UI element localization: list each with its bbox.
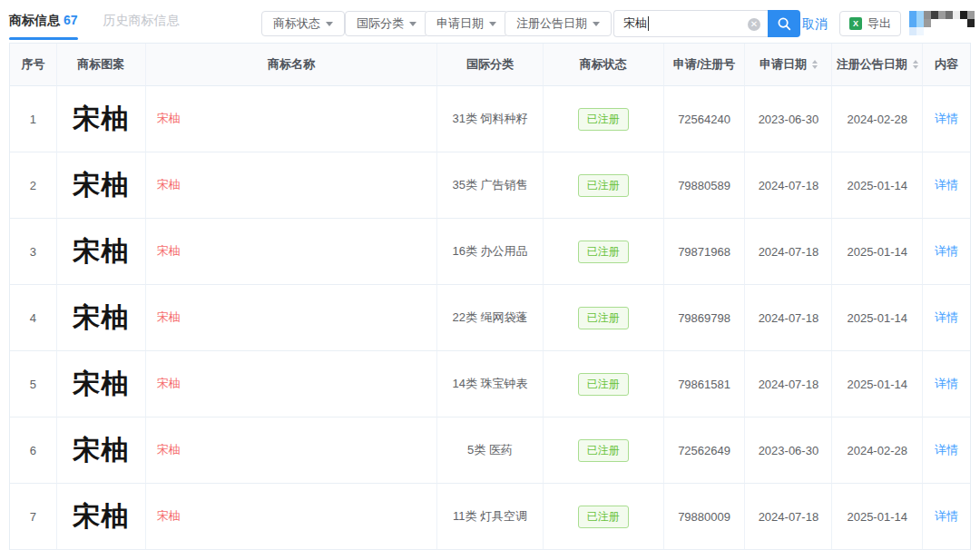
toolbar: 商标信息67 历史商标信息 商标状态 国际分类 申请日期 注册公告日期 宋柚 ✕ [0,0,980,43]
filter-announce-date-label: 注册公告日期 [516,15,587,32]
column-header-label: 注册公告日期 [837,56,907,73]
column-header-label: 申请日期 [760,56,807,73]
trademark-image: 宋柚 [73,167,129,204]
mosaic-pixel [931,19,938,27]
cell-apply-date: 2023-06-30 [745,417,832,484]
table-row: 7宋柚宋柚11类 灯具空调已注册798800092024-07-182025-0… [10,484,970,550]
status-badge: 已注册 [578,108,629,131]
column-header-apply-date[interactable]: 申请日期 [745,44,832,86]
cell-status: 已注册 [544,219,664,285]
status-badge: 已注册 [578,373,629,396]
cell-apply-date: 2024-07-18 [745,152,832,219]
cell-action: 详情 [923,86,970,152]
cell-intl-class: 5类 医药 [437,417,544,484]
mosaic-pixel [953,27,960,35]
trademark-image: 宋柚 [73,101,129,138]
clear-search-icon[interactable]: ✕ [748,18,760,31]
cell-trademark-image: 宋柚 [57,152,146,219]
column-header-name: 商标名称 [146,44,437,86]
tab-history-trademark-info[interactable]: 历史商标信息 [103,13,180,38]
column-header-index: 序号 [10,44,57,86]
tab-trademark-info-label: 商标信息 [9,13,60,27]
mosaic-pixel [938,11,946,19]
mosaic-pixel [946,11,953,19]
column-header-label: 内容 [935,56,958,73]
cell-index: 4 [10,285,57,351]
mosaic-pixel [953,11,960,19]
cell-announce-date: 2025-01-14 [832,152,923,219]
detail-link[interactable]: 详情 [935,243,958,260]
export-button[interactable]: X 导出 [839,11,901,36]
cell-trademark-name: 宋柚 [146,86,437,152]
cell-trademark-image: 宋柚 [57,219,146,285]
filter-trademark-status[interactable]: 商标状态 [261,11,345,36]
trademark-name: 宋柚 [157,309,181,326]
cell-status: 已注册 [544,285,664,351]
sort-icon[interactable] [913,60,918,69]
cell-reg-no: 72564240 [664,86,746,152]
table-row: 4宋柚宋柚22类 绳网袋蓬已注册798697982024-07-182025-0… [10,285,970,351]
search-button[interactable] [768,10,800,37]
cell-trademark-name: 宋柚 [146,484,437,550]
cell-index: 5 [10,351,57,417]
cell-index: 7 [10,484,57,550]
search-input[interactable]: 宋柚 ✕ [613,10,768,37]
mosaic-pixel [931,11,938,19]
column-header-announce-date[interactable]: 注册公告日期 [832,44,923,86]
cell-reg-no: 72562649 [664,417,746,484]
cell-apply-date: 2024-07-18 [745,351,832,417]
table-row: 1宋柚宋柚31类 饲料种籽已注册725642402023-06-302024-0… [10,86,970,152]
mosaic-pixel [916,11,924,19]
cell-reg-no: 79869798 [664,285,746,351]
detail-link[interactable]: 详情 [935,508,958,525]
table-row: 2宋柚宋柚35类 广告销售已注册798805892024-07-182025-0… [10,152,970,219]
trademark-name: 宋柚 [157,442,181,458]
cell-apply-date: 2023-06-30 [745,86,832,152]
mosaic-pixel [916,27,924,35]
detail-link[interactable]: 详情 [935,177,958,193]
trademark-name: 宋柚 [157,508,181,525]
mosaic-pixel [924,27,931,35]
chevron-down-icon [489,22,496,26]
column-header-label: 商标名称 [268,56,315,73]
filter-intl-class[interactable]: 国际分类 [345,11,428,36]
cell-announce-date: 2025-01-14 [832,285,923,351]
cell-announce-date: 2024-02-28 [832,417,923,484]
trademark-image: 宋柚 [73,432,129,469]
column-header-label: 序号 [21,56,44,73]
sort-icon[interactable] [812,60,818,69]
mosaic-pixel [960,19,967,27]
mosaic-pixel [938,19,946,27]
filter-apply-date-label: 申请日期 [436,15,484,32]
cell-announce-date: 2025-01-14 [832,484,923,550]
tab-count-badge: 67 [64,13,78,27]
mosaic-pixel [924,11,931,19]
mosaic-pixel [909,19,916,27]
mosaic-pixel [946,27,953,35]
cell-action: 详情 [923,152,970,219]
filter-announce-date[interactable]: 注册公告日期 [505,11,612,36]
detail-link[interactable]: 详情 [935,376,958,392]
table-body: 1宋柚宋柚31类 饲料种籽已注册725642402023-06-302024-0… [10,86,970,550]
cell-intl-class: 11类 灯具空调 [437,484,544,550]
filter-apply-date[interactable]: 申请日期 [425,11,508,36]
text-cursor [648,16,649,31]
column-header-label: 国际分类 [466,56,514,73]
status-badge: 已注册 [578,174,629,197]
detail-link[interactable]: 详情 [935,309,958,326]
mosaic-pixel [967,11,975,19]
detail-link[interactable]: 详情 [935,442,958,458]
cancel-link[interactable]: 取消 [802,16,828,33]
cell-trademark-image: 宋柚 [57,484,146,550]
chevron-down-icon [326,22,333,26]
column-header-label: 申请/注册号 [673,56,736,73]
tab-trademark-info[interactable]: 商标信息67 [9,13,78,38]
cell-status: 已注册 [544,484,664,550]
cell-reg-no: 79861581 [664,351,746,417]
mosaic-pixel [909,27,916,35]
detail-link[interactable]: 详情 [935,111,958,127]
cell-trademark-name: 宋柚 [146,285,437,351]
cell-reg-no: 79880589 [664,152,746,219]
cell-apply-date: 2024-07-18 [745,484,832,550]
cell-apply-date: 2024-07-18 [745,219,832,285]
